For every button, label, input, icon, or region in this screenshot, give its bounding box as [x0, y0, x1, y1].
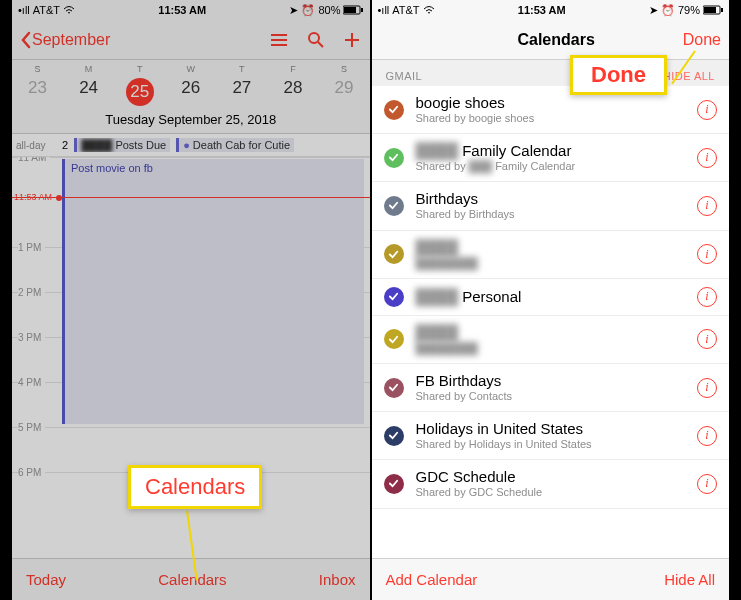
calendar-name: FB Birthdays: [416, 372, 686, 390]
info-icon[interactable]: i: [697, 426, 717, 446]
allday-event-1[interactable]: ████ Posts Due: [74, 138, 170, 152]
calendar-row[interactable]: GDC ScheduleShared by GDC Schedulei: [372, 460, 730, 508]
section-header-gmail: GMAIL HIDE ALL: [372, 60, 730, 86]
allday-row[interactable]: all-day 2 ████ Posts Due ● Death Cab for…: [12, 134, 370, 157]
calendar-name: Birthdays: [416, 190, 686, 208]
section-hide-all[interactable]: HIDE ALL: [663, 70, 715, 82]
page-title: Calendars: [517, 31, 594, 49]
calendar-subtitle: ████████: [416, 342, 686, 355]
battery-icon: [343, 5, 363, 15]
check-icon[interactable]: [384, 426, 404, 446]
signal-icon: •ıll: [378, 4, 390, 16]
back-label: September: [32, 31, 110, 49]
dow-label: T: [216, 64, 267, 74]
calendar-name: Holidays in United States: [416, 420, 686, 438]
info-icon[interactable]: i: [697, 244, 717, 264]
carrier-label: AT&T: [33, 4, 60, 16]
calendar-list[interactable]: boogie shoesShared by boogie shoesi████ …: [372, 86, 730, 524]
signal-icon: •ıll: [18, 4, 30, 16]
check-icon[interactable]: [384, 474, 404, 494]
info-icon[interactable]: i: [697, 378, 717, 398]
add-calendar-button[interactable]: Add Calendar: [386, 571, 478, 588]
info-icon[interactable]: i: [697, 329, 717, 349]
dow-label: S: [12, 64, 63, 74]
calendar-subtitle: Shared by Contacts: [416, 390, 686, 403]
dow-label: M: [63, 64, 114, 74]
event-block[interactable]: Post movie on fb: [62, 159, 364, 424]
calendar-row[interactable]: boogie shoesShared by boogie shoesi: [372, 86, 730, 134]
week-header: SMTWTFS 23242526272829 Tuesday September…: [12, 60, 370, 134]
section-name: GMAIL: [386, 70, 423, 82]
calendar-row[interactable]: ████ ████████i: [372, 316, 730, 364]
status-bar: •ıll AT&T 11:53 AM ➤ ⏰ 79%: [372, 0, 730, 20]
calendar-row[interactable]: ████ Family CalendarShared by ███ Family…: [372, 134, 730, 182]
calendars-button[interactable]: Calendars: [158, 571, 226, 588]
info-icon[interactable]: i: [697, 474, 717, 494]
calendar-row[interactable]: BirthdaysShared by Birthdaysi: [372, 182, 730, 230]
chevron-left-icon: [20, 31, 32, 49]
battery-pct: 80%: [318, 4, 340, 16]
check-icon[interactable]: [384, 100, 404, 120]
calendar-name: ████: [416, 239, 686, 257]
allday-count: 2: [62, 139, 68, 151]
carrier-label: AT&T: [392, 4, 419, 16]
calendar-subtitle: Shared by GDC Schedule: [416, 486, 686, 499]
allday-event-2[interactable]: ● Death Cab for Cutie: [176, 138, 294, 152]
info-icon[interactable]: i: [697, 148, 717, 168]
dow-label: W: [165, 64, 216, 74]
hide-all-button[interactable]: Hide All: [664, 571, 715, 588]
inbox-button[interactable]: Inbox: [319, 571, 356, 588]
svg-rect-11: [704, 7, 716, 13]
nav-bar: September: [12, 20, 370, 60]
back-button[interactable]: September: [20, 31, 110, 49]
check-icon[interactable]: [384, 244, 404, 264]
location-icon: ➤: [289, 4, 298, 17]
check-icon[interactable]: [384, 329, 404, 349]
callout-done: Done: [570, 55, 667, 95]
calendar-name: ████ Personal: [416, 288, 686, 306]
calendar-subtitle: Shared by boogie shoes: [416, 112, 686, 125]
check-icon[interactable]: [384, 148, 404, 168]
day-number[interactable]: 26: [165, 74, 216, 102]
info-icon[interactable]: i: [697, 287, 717, 307]
today-button[interactable]: Today: [26, 571, 66, 588]
calendar-row[interactable]: ████ ████████i: [372, 231, 730, 279]
day-number[interactable]: 28: [267, 74, 318, 102]
day-number[interactable]: 29: [318, 74, 369, 102]
alarm-icon: ⏰: [301, 4, 315, 17]
done-button[interactable]: Done: [683, 31, 721, 49]
check-icon[interactable]: [384, 287, 404, 307]
svg-rect-2: [361, 8, 363, 12]
calendar-row[interactable]: FB BirthdaysShared by Contactsi: [372, 364, 730, 412]
status-time: 11:53 AM: [518, 4, 566, 16]
calendar-subtitle: ████████: [416, 257, 686, 270]
calendar-subtitle: Shared by Birthdays: [416, 208, 686, 221]
svg-line-7: [318, 42, 323, 47]
dow-label: T: [114, 64, 165, 74]
calendar-row[interactable]: Holidays in United StatesShared by Holid…: [372, 412, 730, 460]
day-number[interactable]: 24: [63, 74, 114, 102]
check-icon[interactable]: [384, 196, 404, 216]
svg-rect-12: [721, 8, 723, 12]
list-view-icon[interactable]: [269, 33, 289, 47]
calendar-subtitle: Shared by ███ Family Calendar: [416, 160, 686, 173]
calendar-name: ████ Family Calendar: [416, 142, 686, 160]
svg-rect-1: [344, 7, 356, 13]
day-number[interactable]: 25: [114, 74, 165, 110]
day-number[interactable]: 23: [12, 74, 63, 102]
allday-label: all-day: [16, 140, 56, 151]
day-number[interactable]: 27: [216, 74, 267, 102]
battery-icon: [703, 5, 723, 15]
timeline[interactable]: 11 AM1 PM2 PM3 PM4 PM5 PM6 PM7 PMPost mo…: [12, 157, 370, 502]
search-icon[interactable]: [307, 31, 325, 49]
info-icon[interactable]: i: [697, 100, 717, 120]
calendars-list-screen: •ıll AT&T 11:53 AM ➤ ⏰ 79% Calendars Don…: [372, 0, 730, 600]
calendar-row[interactable]: ████ Personali: [372, 279, 730, 316]
check-icon[interactable]: [384, 378, 404, 398]
dow-label: F: [267, 64, 318, 74]
add-event-icon[interactable]: [343, 31, 361, 49]
info-icon[interactable]: i: [697, 196, 717, 216]
calendar-subtitle: Shared by Holidays in United States: [416, 438, 686, 451]
calendar-day-screen: •ıll AT&T 11:53 AM ➤ ⏰ 80%: [12, 0, 370, 600]
bottom-toolbar: Add Calendar Hide All: [372, 558, 730, 600]
